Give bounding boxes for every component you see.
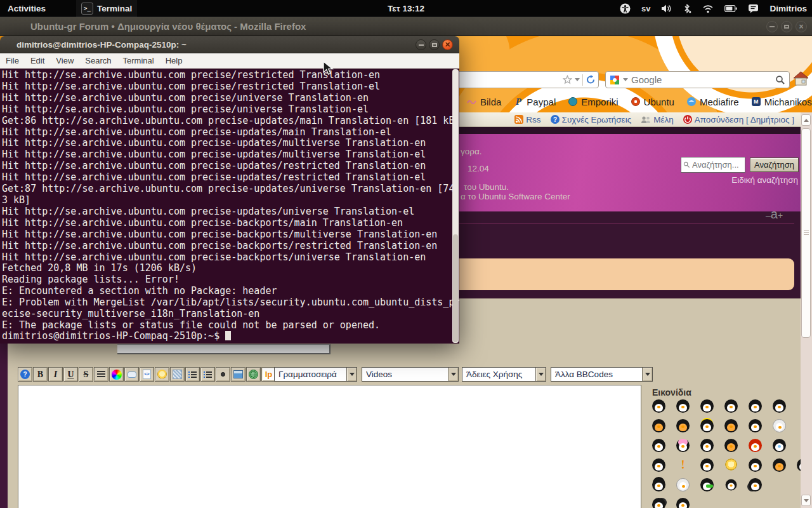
pg-mad-icon[interactable]	[652, 439, 665, 452]
pg-thumbs-icon[interactable]	[749, 478, 762, 491]
volume-icon[interactable]	[661, 4, 672, 13]
menu-help[interactable]: Help	[166, 56, 183, 65]
subject-input[interactable]	[117, 344, 331, 354]
bookmark-star-icon[interactable]	[562, 75, 572, 85]
menu-terminal[interactable]: Terminal	[123, 56, 154, 65]
pg-grin-icon[interactable]	[724, 419, 738, 432]
firefox-close-button[interactable]: ×	[796, 21, 807, 32]
menu-file[interactable]: File	[6, 56, 19, 65]
bookmark-paypal[interactable]: P Paypal	[513, 97, 556, 107]
keyboard-layout-indicator[interactable]: sv	[641, 4, 650, 13]
dropdown-arrow-icon[interactable]	[642, 368, 652, 381]
help-button[interactable]: ?	[18, 367, 32, 382]
home-button[interactable]	[792, 70, 809, 90]
terminal-titlebar[interactable]: dimitrios@dimitrios-HP-Compaq-2510p: ~ ✕	[0, 36, 459, 53]
bulb-icon[interactable]	[724, 458, 738, 472]
licenses-dropdown[interactable]: Άδειες Χρήσης	[462, 367, 546, 382]
dropdown-arrow-icon[interactable]	[535, 368, 546, 381]
italic-button[interactable]: I	[48, 367, 63, 382]
forum-search-box[interactable]	[681, 157, 745, 173]
pg-angel-icon[interactable]	[700, 419, 714, 432]
mark-exclaim-icon[interactable]	[676, 458, 690, 472]
urlbar-dropdown-icon[interactable]	[575, 78, 580, 81]
underline-button[interactable]: U	[63, 367, 78, 382]
videos-dropdown[interactable]: Videos	[362, 367, 459, 382]
logout-link[interactable]: Αποσύνδεση [ Δημήτριος ]	[683, 115, 794, 124]
pg-white-icon[interactable]	[676, 478, 690, 491]
quote-button[interactable]	[124, 367, 139, 382]
search-bar[interactable]	[605, 71, 790, 88]
advanced-search-link[interactable]: Ειδική αναζήτηση	[698, 175, 798, 185]
messages-icon[interactable]	[748, 4, 759, 13]
pg-angrybird-icon[interactable]	[749, 439, 762, 452]
pg-question-icon[interactable]	[700, 458, 714, 472]
list-ordered-button[interactable]	[200, 367, 215, 382]
terminal-minimize-button[interactable]	[416, 39, 426, 50]
wifi-icon[interactable]	[702, 4, 714, 13]
clock[interactable]: Τετ 13:12	[355, 0, 457, 17]
accessibility-icon[interactable]	[620, 3, 631, 14]
menu-edit[interactable]: Edit	[30, 56, 44, 65]
message-textarea[interactable]	[18, 385, 641, 508]
terminal-scrollbar[interactable]	[452, 69, 459, 343]
faq-link[interactable]: ? Συχνές Ερωτήσεις	[551, 115, 632, 124]
list-item-button[interactable]	[216, 367, 230, 382]
justify-button[interactable]	[94, 367, 108, 382]
pg-plain2-icon[interactable]	[749, 458, 762, 472]
app-indicator[interactable]: >_ Terminal	[76, 0, 137, 17]
pg-grad-icon[interactable]	[652, 478, 665, 491]
pg-cool-icon[interactable]	[676, 439, 690, 452]
scroll-up-button[interactable]	[801, 114, 811, 126]
members-link[interactable]: Μέλη	[641, 115, 674, 124]
strike-button[interactable]: S	[79, 367, 93, 382]
page-scrollbar[interactable]	[801, 112, 812, 508]
pg-shock-icon[interactable]	[773, 419, 786, 432]
firefox-maximize-button[interactable]	[781, 21, 792, 32]
url-button[interactable]	[246, 367, 261, 382]
pg-puke-icon[interactable]	[700, 478, 714, 491]
user-menu[interactable]: Dimitrios	[769, 4, 807, 13]
dropdown-arrow-icon[interactable]	[448, 368, 458, 381]
hint-button[interactable]	[155, 367, 169, 382]
pg-winking-icon[interactable]	[652, 458, 665, 472]
pg-sad-icon[interactable]	[749, 419, 762, 432]
bluetooth-off-icon[interactable]	[683, 4, 691, 14]
firefox-titlebar[interactable]: Ubuntu-gr Forum • Δημιουργία νέου θέματο…	[0, 17, 812, 36]
pg-plain-icon[interactable]	[652, 399, 665, 413]
font-size-widget[interactable]: –a+	[766, 207, 783, 222]
rss-link[interactable]: Rss	[514, 115, 540, 124]
menu-search[interactable]: Search	[85, 56, 111, 65]
firefox-minimize-button[interactable]	[766, 21, 778, 32]
bookmark-ubuntu[interactable]: Ubuntu	[631, 97, 674, 107]
scroll-down-button[interactable]	[801, 495, 811, 506]
pg-laugh-icon[interactable]	[652, 419, 665, 432]
spoiler-button[interactable]	[170, 367, 185, 382]
battery-icon[interactable]	[724, 5, 737, 12]
google-engine-icon[interactable]	[610, 75, 620, 85]
reload-icon[interactable]	[586, 75, 596, 85]
image-button[interactable]	[231, 367, 246, 382]
dropdown-arrow-icon[interactable]	[346, 368, 357, 381]
font-dropdown[interactable]: Γραμματοσειρά	[274, 367, 357, 382]
bookmark-emporiki[interactable]: Emporiki	[568, 97, 618, 107]
terminal-body[interactable]: Hit http://se.archive.ubuntu.com precise…	[0, 69, 459, 344]
terminal-scrollbar-thumb[interactable]	[453, 234, 458, 342]
terminal-maximize-button[interactable]	[429, 39, 440, 50]
forum-search-input[interactable]	[692, 160, 743, 170]
pg-neutral-icon[interactable]	[700, 439, 714, 452]
pg-hands-icon[interactable]	[700, 399, 714, 413]
bookmark-bilda[interactable]: Bilda	[467, 97, 501, 107]
code-button[interactable]: <>	[140, 367, 154, 382]
bbcodes-dropdown[interactable]: Άλλα BBCodes	[551, 367, 653, 382]
search-engine-dropdown-icon[interactable]	[623, 78, 628, 81]
bold-button[interactable]: B	[33, 367, 48, 382]
pg-wave-icon[interactable]	[652, 498, 665, 508]
pg-fluffy-icon[interactable]	[773, 399, 786, 413]
pg-laughing-icon[interactable]	[773, 458, 786, 472]
pg-small-icon[interactable]	[726, 479, 737, 491]
terminal-close-button[interactable]: ✕	[442, 39, 453, 50]
pg-smile-icon[interactable]	[749, 399, 762, 413]
bookmark-michanikos[interactable]: M Michanikos.gr	[751, 97, 812, 107]
pg-bandit-icon[interactable]	[676, 498, 690, 508]
pg-blush-icon[interactable]	[724, 439, 738, 452]
